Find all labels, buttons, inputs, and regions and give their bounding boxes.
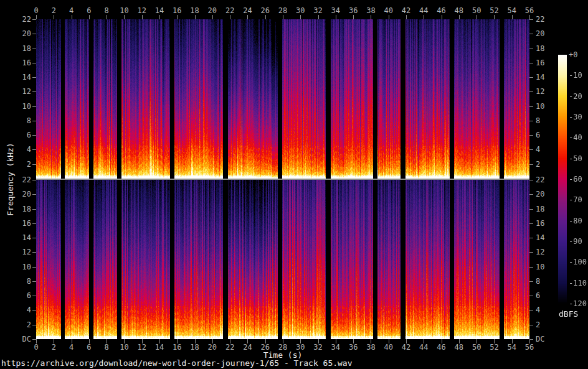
freq-tick-label: 20 [536, 29, 544, 38]
freq-tick-mark [529, 223, 533, 224]
colorbar-tick-label: -90 [569, 237, 582, 246]
freq-tick-mark [529, 106, 533, 107]
time-tick-label: 16 [168, 6, 186, 15]
time-tick-mark [318, 15, 319, 19]
freq-tick-mark [32, 149, 36, 150]
time-tick-mark [177, 15, 178, 19]
freq-tick-label: 6 [536, 291, 540, 300]
freq-tick-label: 6 [6, 131, 31, 139]
freq-tick-label: 10 [6, 263, 31, 271]
freq-tick-label: 10 [536, 263, 544, 271]
freq-tick-mark [32, 238, 36, 238]
freq-tick-mark [529, 77, 533, 78]
time-tick-mark [159, 15, 160, 19]
spectrogram-canvas-channel-1 [36, 19, 529, 179]
freq-tick-mark [529, 296, 533, 296]
freq-tick-label: 8 [6, 277, 31, 286]
time-tick-mark [494, 15, 495, 19]
colorbar-tick-label: -30 [569, 113, 582, 121]
time-tick-label: 10 [115, 6, 133, 15]
freq-tick-label: 22 [536, 175, 544, 184]
time-tick-mark [406, 15, 407, 19]
freq-tick-mark [529, 267, 533, 268]
colorbar-tick-label: -70 [569, 195, 582, 204]
freq-tick-label: 14 [6, 73, 31, 82]
time-tick-mark [212, 15, 213, 19]
freq-tick-mark [32, 339, 36, 340]
freq-tick-label: 12 [6, 248, 31, 256]
time-tick-label: 52 [485, 6, 503, 15]
y-axis-label: Frequency (kHz) [6, 142, 15, 215]
freq-tick-label: 16 [6, 219, 31, 228]
time-tick-mark [353, 15, 354, 19]
colorbar-tick-label: -120 [569, 299, 587, 308]
time-tick-label: 8 [97, 6, 116, 15]
freq-tick-label: 8 [6, 116, 31, 125]
freq-tick-label: 12 [536, 87, 544, 96]
time-tick-label: 26 [256, 6, 275, 15]
time-tick-label: 34 [326, 6, 345, 15]
time-tick-mark [36, 15, 37, 19]
freq-tick-mark [32, 34, 36, 34]
freq-tick-mark [529, 121, 533, 121]
freq-tick-mark [32, 296, 36, 296]
freq-tick-mark [529, 339, 533, 340]
freq-tick-mark [32, 267, 36, 268]
time-tick-label: 0 [27, 6, 45, 15]
freq-tick-mark [32, 49, 36, 49]
colorbar-tick-label: -50 [569, 154, 582, 163]
time-tick-label: 50 [467, 6, 486, 15]
time-tick-label: 32 [309, 6, 328, 15]
time-tick-mark [247, 15, 248, 19]
time-tick-label: 2 [44, 6, 63, 15]
time-tick-label: 44 [414, 6, 433, 15]
time-tick-mark [459, 15, 460, 19]
freq-tick-mark [32, 194, 36, 195]
time-tick-label: 36 [344, 6, 363, 15]
time-tick-label: 30 [291, 6, 310, 15]
freq-tick-label: 18 [6, 44, 31, 53]
freq-tick-mark [529, 325, 533, 325]
freq-tick-mark [529, 281, 533, 282]
time-tick-mark [124, 15, 125, 19]
freq-tick-label: 14 [536, 233, 544, 242]
time-tick-label: 24 [238, 6, 257, 15]
freq-tick-mark [32, 135, 36, 136]
spectrogram-image: 0246810121416182022242628303234363840424… [0, 0, 588, 369]
freq-tick-label: 8 [536, 277, 540, 286]
freq-tick-mark [529, 238, 533, 238]
time-tick-mark [477, 15, 477, 19]
freq-tick-label: 12 [536, 248, 544, 256]
freq-tick-label: 6 [536, 131, 540, 139]
freq-tick-mark [529, 63, 533, 63]
freq-tick-label: 18 [536, 44, 544, 53]
colorbar-tick-label: -110 [569, 279, 587, 287]
time-tick-label: 46 [432, 6, 451, 15]
colorbar-unit-label: dBFS [559, 309, 578, 319]
freq-tick-label: 2 [536, 320, 540, 329]
time-tick-mark [107, 15, 107, 19]
freq-tick-label: 12 [6, 87, 31, 96]
freq-tick-mark [529, 149, 533, 150]
freq-tick-mark [32, 310, 36, 311]
freq-tick-label: 18 [536, 205, 544, 213]
freq-tick-mark [32, 223, 36, 224]
time-tick-mark [442, 15, 442, 19]
freq-tick-label: 16 [536, 58, 544, 67]
freq-tick-mark [529, 310, 533, 311]
freq-tick-mark [32, 281, 36, 282]
freq-tick-mark [32, 252, 36, 253]
time-tick-mark [283, 15, 283, 19]
time-tick-mark [89, 15, 90, 19]
time-tick-label: 20 [203, 6, 222, 15]
time-tick-label: 6 [80, 6, 98, 15]
colorbar-tick-label: -40 [569, 133, 582, 142]
time-tick-mark [195, 15, 196, 19]
time-tick-mark [230, 15, 230, 19]
time-tick-mark [512, 15, 513, 19]
time-tick-label: 48 [450, 6, 468, 15]
freq-tick-mark [529, 209, 533, 210]
time-tick-mark [142, 15, 143, 19]
freq-tick-label: 22 [536, 15, 544, 24]
freq-tick-mark [32, 209, 36, 210]
